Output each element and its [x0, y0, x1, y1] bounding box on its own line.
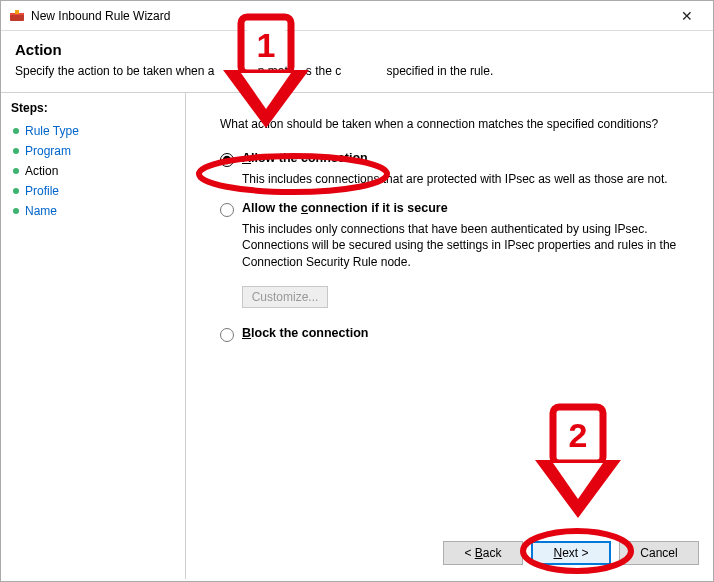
option-allow-connection[interactable]: Allow the connection — [220, 151, 687, 167]
step-rule-type[interactable]: Rule Type — [11, 121, 175, 141]
firewall-icon — [9, 8, 25, 24]
steps-heading: Steps: — [11, 101, 175, 115]
step-label: Action — [25, 164, 58, 178]
next-button[interactable]: Next > — [531, 541, 611, 565]
option-label: Allow the connection if it is secure — [242, 201, 448, 215]
action-prompt: What action should be taken when a conne… — [220, 117, 687, 131]
bullet-icon — [13, 148, 19, 154]
step-label: Name — [25, 204, 57, 218]
window-title: New Inbound Rule Wizard — [31, 9, 667, 23]
content-pane: What action should be taken when a conne… — [186, 93, 713, 579]
titlebar: New Inbound Rule Wizard ✕ — [1, 1, 713, 31]
radio-allow[interactable] — [220, 153, 234, 167]
close-button[interactable]: ✕ — [667, 2, 707, 30]
page-subtitle: Specify the action to be taken when a n … — [15, 64, 699, 78]
cancel-button[interactable]: Cancel — [619, 541, 699, 565]
option-label: Block the connection — [242, 326, 368, 340]
steps-sidebar: Steps: Rule Type Program Action Profile … — [1, 93, 186, 579]
radio-allow-secure[interactable] — [220, 203, 234, 217]
bullet-icon — [13, 188, 19, 194]
radio-block[interactable] — [220, 328, 234, 342]
svg-rect-2 — [15, 10, 19, 14]
customize-button: Customize... — [242, 286, 328, 308]
bullet-icon — [13, 128, 19, 134]
option-block-connection[interactable]: Block the connection — [220, 326, 687, 342]
bullet-icon — [13, 208, 19, 214]
option-desc: This includes only connections that have… — [242, 221, 682, 270]
wizard-header: Action Specify the action to be taken wh… — [1, 31, 713, 93]
step-label: Profile — [25, 184, 59, 198]
bullet-icon — [13, 168, 19, 174]
step-label: Rule Type — [25, 124, 79, 138]
step-program[interactable]: Program — [11, 141, 175, 161]
step-label: Program — [25, 144, 71, 158]
close-icon: ✕ — [681, 8, 693, 24]
step-action[interactable]: Action — [11, 161, 175, 181]
wizard-footer: < Back Next > Cancel — [443, 541, 699, 565]
option-allow-secure[interactable]: Allow the connection if it is secure — [220, 201, 687, 217]
step-profile[interactable]: Profile — [11, 181, 175, 201]
step-name[interactable]: Name — [11, 201, 175, 221]
page-title: Action — [15, 41, 699, 58]
option-label: Allow the connection — [242, 151, 368, 165]
back-button[interactable]: < Back — [443, 541, 523, 565]
option-desc: This includes connections that are prote… — [242, 171, 682, 187]
